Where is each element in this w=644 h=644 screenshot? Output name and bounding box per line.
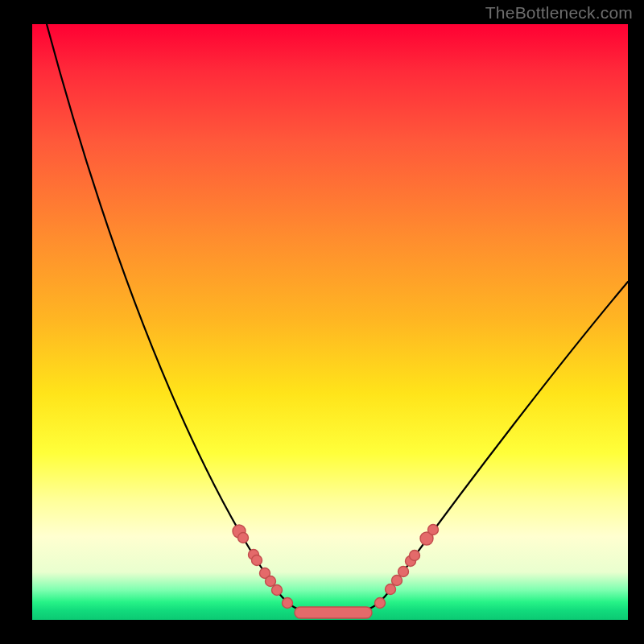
- bottleneck-curve: [47, 24, 628, 613]
- plot-area: [32, 24, 628, 620]
- flat-segment-group: [295, 607, 372, 618]
- data-dot: [428, 525, 439, 535]
- data-dot: [272, 585, 283, 596]
- data-dot: [252, 555, 262, 566]
- data-dot: [386, 584, 396, 595]
- data-dot: [398, 567, 409, 577]
- dots-left: [233, 525, 293, 609]
- data-dot: [375, 598, 386, 609]
- data-dot: [410, 551, 420, 561]
- data-dot: [266, 576, 276, 587]
- watermark-text: TheBottleneck.com: [485, 3, 633, 23]
- curve-svg: [32, 24, 628, 620]
- data-dot: [392, 576, 402, 586]
- flat-segment-marker: [295, 607, 372, 618]
- chart-frame: TheBottleneck.com: [0, 0, 644, 644]
- data-dot: [283, 598, 293, 609]
- data-dot: [238, 533, 249, 543]
